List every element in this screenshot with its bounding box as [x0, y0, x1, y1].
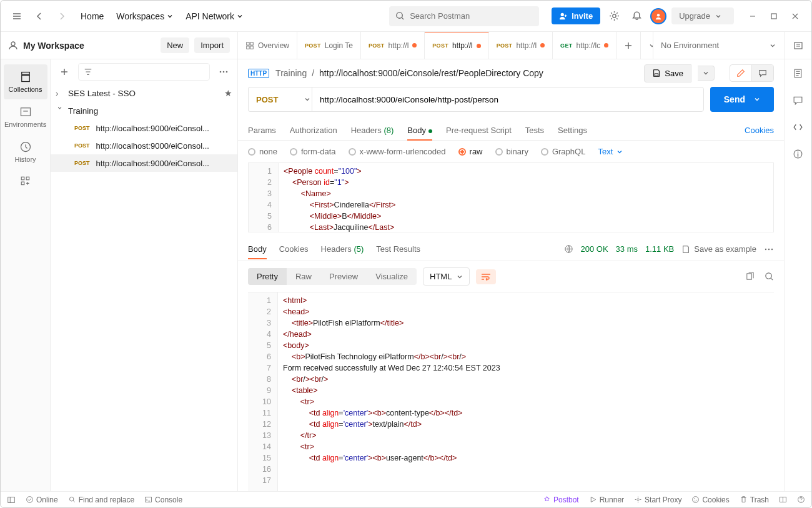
svg-rect-22	[655, 74, 658, 76]
tree-request[interactable]: POSThttp://localhost:9000/eiConsol...	[51, 119, 237, 137]
nav-api-network[interactable]: API Network	[186, 11, 243, 21]
import-button[interactable]: Import	[194, 37, 230, 53]
filter-icon	[84, 67, 92, 76]
tab-item[interactable]: POSThttp://l	[425, 32, 488, 59]
method-select[interactable]: POST	[248, 87, 318, 112]
settings-icon[interactable]	[605, 7, 623, 25]
edit-icon[interactable]	[730, 65, 752, 81]
response-lang-select[interactable]: HTML	[423, 267, 470, 286]
tab-item[interactable]: POSThttp://l	[489, 32, 553, 59]
status-cookies[interactable]: Cookies	[691, 496, 729, 504]
svg-rect-8	[250, 42, 253, 44]
tab-item[interactable]: POSTLogin Te	[297, 32, 361, 59]
req-tab-auth[interactable]: Authorization	[290, 121, 337, 140]
req-tab-prerequest[interactable]: Pre-request Script	[446, 121, 512, 140]
cookies-link[interactable]: Cookies	[745, 121, 774, 140]
docs-icon[interactable]	[793, 68, 803, 79]
info-icon[interactable]	[793, 149, 803, 159]
save-as-example[interactable]: Save as example	[681, 244, 756, 254]
status-proxy[interactable]: Start Proxy	[634, 496, 681, 504]
resp-tab-headers[interactable]: Headers (5)	[321, 239, 364, 259]
resp-tab-body[interactable]: Body	[248, 239, 267, 259]
status-panes-icon[interactable]	[779, 496, 787, 504]
req-tab-body[interactable]: Body	[407, 121, 432, 140]
forward-icon[interactable]	[53, 7, 71, 25]
env-quicklook-icon[interactable]	[784, 32, 811, 59]
sidebar-filter[interactable]	[78, 63, 210, 81]
status-help-icon[interactable]	[797, 496, 805, 504]
req-tab-params[interactable]: Params	[248, 121, 276, 140]
status-console[interactable]: Console	[144, 496, 182, 504]
tabs-row: Overview POSTLogin Te POSThttp://l POSTh…	[238, 32, 653, 59]
code-icon[interactable]	[793, 122, 803, 132]
body-type-urlencoded[interactable]: x-www-form-urlencoded	[349, 147, 446, 156]
rail-collections[interactable]: Collections	[4, 64, 47, 99]
environment-select[interactable]: No Environment	[653, 32, 784, 59]
copy-icon[interactable]	[745, 272, 755, 281]
sidebar-add-icon[interactable]	[56, 63, 73, 81]
status-online[interactable]: Online	[26, 496, 58, 504]
search-response-icon[interactable]	[765, 272, 774, 281]
view-raw[interactable]: Raw	[287, 268, 320, 285]
more-icon[interactable]	[764, 248, 774, 251]
status-find[interactable]: Find and replace	[68, 496, 134, 504]
req-tab-headers[interactable]: Headers (8)	[351, 121, 394, 140]
invite-button[interactable]: Invite	[552, 7, 600, 24]
save-dropdown[interactable]	[698, 66, 715, 81]
status-trash[interactable]: Trash	[740, 496, 769, 504]
avatar[interactable]	[650, 8, 666, 24]
status-runner[interactable]: Runner	[589, 496, 624, 504]
hamburger-icon[interactable]	[8, 7, 26, 25]
upgrade-button[interactable]: Upgrade	[671, 7, 734, 24]
close-icon[interactable]	[786, 7, 804, 25]
rail-more[interactable]	[4, 169, 47, 193]
wrap-lines-icon[interactable]	[476, 269, 496, 284]
back-icon[interactable]	[31, 7, 48, 25]
req-tab-settings[interactable]: Settings	[558, 121, 587, 140]
tab-item[interactable]: POSThttp://l	[361, 32, 425, 59]
bell-icon[interactable]	[628, 7, 645, 25]
tree-collection[interactable]: ›Training	[51, 102, 237, 119]
comment-icon[interactable]	[752, 65, 773, 81]
body-type-binary[interactable]: binary	[495, 147, 528, 156]
view-pretty[interactable]: Pretty	[248, 268, 287, 285]
tab-item[interactable]: GEThttp://lc	[553, 32, 616, 59]
req-tab-tests[interactable]: Tests	[525, 121, 544, 140]
view-visualize[interactable]: Visualize	[367, 268, 417, 285]
send-button[interactable]: Send	[710, 87, 774, 112]
nav-workspaces[interactable]: Workspaces	[116, 11, 173, 21]
url-input[interactable]	[312, 87, 704, 112]
tree-request[interactable]: POSThttp://localhost:9000/eiConsol...	[51, 154, 237, 172]
minimize-icon[interactable]	[744, 7, 761, 25]
new-tab-button[interactable]	[616, 32, 641, 59]
maximize-icon[interactable]	[765, 7, 783, 25]
globe-icon[interactable]	[564, 244, 573, 254]
response-body-editor[interactable]: 1234567891011121314151617 <html><head> <…	[248, 292, 774, 491]
nav-home[interactable]: Home	[81, 11, 104, 21]
status-postbot[interactable]: Postbot	[543, 496, 579, 504]
tab-overview[interactable]: Overview	[238, 32, 297, 59]
sidebar-toggle-icon[interactable]	[7, 496, 16, 504]
tree-collection[interactable]: ›SES Latest - SSO★	[51, 84, 237, 102]
request-body-editor[interactable]: 123456 <People count="100"> <Person id="…	[248, 162, 774, 232]
svg-rect-11	[795, 42, 802, 49]
star-icon[interactable]: ★	[224, 88, 232, 98]
resp-tab-cookies[interactable]: Cookies	[279, 239, 309, 259]
new-button[interactable]: New	[161, 37, 189, 53]
tabs-chevron[interactable]	[641, 32, 653, 59]
body-type-form-data[interactable]: form-data	[290, 147, 336, 156]
view-preview[interactable]: Preview	[320, 268, 367, 285]
body-lang-select[interactable]: Text	[598, 147, 623, 156]
sidebar-more-icon[interactable]	[215, 63, 232, 81]
save-button[interactable]: Save	[644, 64, 691, 82]
resp-tab-tests[interactable]: Test Results	[376, 239, 420, 259]
body-type-raw[interactable]: raw	[458, 147, 483, 156]
person-icon	[8, 41, 18, 51]
body-type-none[interactable]: none	[248, 147, 277, 156]
body-type-graphql[interactable]: GraphQL	[541, 147, 585, 156]
comments-icon[interactable]	[793, 95, 803, 106]
rail-environments[interactable]: Environments	[4, 99, 47, 134]
rail-history[interactable]: History	[4, 134, 47, 169]
search-input[interactable]	[389, 6, 539, 26]
tree-request[interactable]: POSThttp://localhost:9000/eiConsol...	[51, 137, 237, 154]
